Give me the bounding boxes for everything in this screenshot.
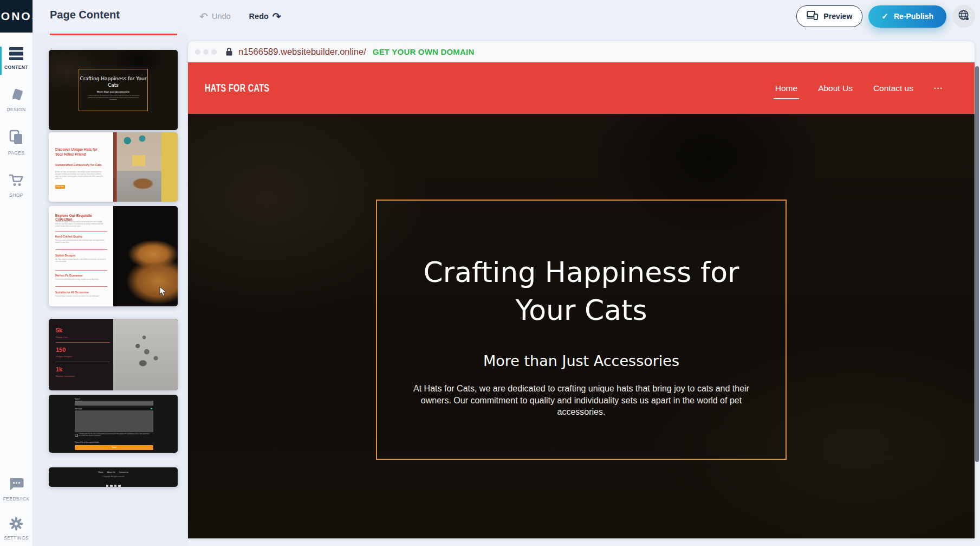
nav-contact[interactable]: Contact us	[873, 83, 913, 93]
site-preview: n1566589.websitebuilder.online/ GET YOUR…	[188, 41, 975, 538]
thumb-form-message-label: Message	[75, 408, 82, 410]
section-thumbnail-collection[interactable]: Explore Our Exquisite Collection Dive in…	[49, 206, 178, 306]
stat-label: Happy Cats	[56, 336, 68, 338]
globe-icon	[957, 9, 970, 24]
devices-icon	[807, 11, 819, 22]
site-nav: Home About Us Contact us ···	[775, 62, 943, 114]
redo-icon: ↷	[272, 11, 281, 22]
thumb-form-name-label: Name*	[75, 398, 80, 400]
toolbar-right: Preview ✓ Re-Publish	[796, 0, 975, 33]
stat-value: 5k	[56, 327, 62, 333]
thumb-about-button: Shop Now	[55, 185, 65, 189]
panel-accent-line	[50, 34, 177, 35]
section-thumbnail-footer[interactable]: Home About Us Contact us © Copyright. Al…	[49, 467, 178, 487]
browser-dots-icon	[195, 49, 217, 55]
hero-selection-frame[interactable]	[376, 200, 787, 460]
thumb-collection-intro: Dive into our range of cat hats and acce…	[55, 221, 105, 227]
redo-label: Redo	[249, 12, 269, 21]
pages-icon	[8, 139, 24, 148]
thumb-form-icon	[151, 408, 152, 409]
globe-button[interactable]	[952, 5, 975, 28]
browser-bar: n1566589.websitebuilder.online/ GET YOUR…	[188, 41, 975, 62]
stat-label: Unique Designs	[56, 355, 72, 358]
ionos-logo[interactable]: IONOS	[0, 0, 33, 33]
sidebar-item-label: SETTINGS	[0, 535, 33, 541]
lock-icon	[225, 47, 233, 56]
site-brand[interactable]: HATS FOR CATS	[205, 82, 269, 94]
preview-button[interactable]: Preview	[796, 5, 862, 27]
hero-subtitle[interactable]: More than Just Accessories	[188, 352, 975, 370]
thumb-footer-link: About Us	[107, 471, 115, 473]
nav-more-icon[interactable]: ···	[934, 84, 943, 93]
thumb-hero-box: Crafting Happiness for Your Cats More th…	[79, 69, 148, 111]
nav-home[interactable]: Home	[775, 83, 797, 93]
thumb-hero-body: At Hats for Cats, we are dedicated to cr…	[85, 95, 142, 100]
content-icon	[9, 53, 24, 62]
thumb-collection-sub: Suitable for All Occasions	[55, 291, 107, 294]
thumb-hero-subtitle: More than Just Accessories	[79, 91, 147, 93]
thumb-collection-subbody: From birthdays to parties, our hats are …	[55, 296, 107, 298]
republish-label: Re-Publish	[894, 12, 933, 21]
page-content-panel: Crafting Happiness for Your Cats More th…	[33, 33, 188, 546]
sidebar-item-pages[interactable]: PAGES	[0, 129, 33, 156]
sidebar-item-label: FEEDBACK	[0, 496, 33, 502]
thumb-about-photo	[113, 132, 178, 202]
thumb-form-send-button: Send	[75, 445, 153, 450]
website-builder-app: IONOS CONTENT DESIGN PAGES SHOP	[0, 0, 980, 546]
thumb-collection-subbody: Our hats fit comfortably and securely, s…	[55, 279, 107, 281]
thumb-collection-heading: Explore Our Exquisite Collection	[55, 214, 107, 221]
check-icon: ✓	[881, 11, 888, 21]
site-header: HATS FOR CATS Home About Us Contact us ·…	[188, 62, 975, 114]
thumb-collection-sub: Perfect Fit Guarantee	[55, 274, 107, 277]
sidebar-item-content[interactable]: CONTENT	[0, 47, 33, 70]
sidebar-item-feedback[interactable]: FEEDBACK	[0, 476, 33, 502]
sidebar-item-label: SHOP	[0, 192, 33, 198]
get-domain-link[interactable]: GET YOUR OWN DOMAIN	[373, 47, 475, 56]
site-hero-section: Crafting Happiness for Your Cats More th…	[188, 114, 975, 538]
sidebar-item-shop[interactable]: SHOP	[0, 172, 33, 198]
thumb-form-checkbox	[75, 434, 78, 437]
thumb-footer-social-icons	[49, 479, 178, 487]
stat-value: 150	[56, 346, 66, 353]
thumb-hero-title: Crafting Happiness for Your Cats	[79, 76, 147, 88]
preview-label: Preview	[823, 12, 852, 21]
undo-label: Undo	[212, 12, 231, 21]
thumb-footer-link: Contact us	[119, 471, 128, 473]
thumb-footer-link: Home	[98, 471, 103, 473]
stat-value: 1k	[56, 366, 62, 372]
thumb-about-heading: Discover Unique Hats for Your Feline Fri…	[55, 147, 105, 157]
section-thumbnail-about[interactable]: Discover Unique Hats for Your Feline Fri…	[49, 132, 178, 202]
hero-body[interactable]: At Hats for Cats, we are dedicated to cr…	[386, 383, 776, 418]
redo-button[interactable]: Redo ↷	[249, 11, 281, 22]
site-url: n1566589.websitebuilder.online/	[238, 47, 366, 57]
mouse-cursor	[159, 286, 167, 299]
section-thumbnail-stats[interactable]: 5k Happy Cats 150 Unique Designs 1k Repe…	[49, 319, 178, 390]
undo-icon: ↶	[199, 11, 208, 22]
preview-scrollbar-thumb[interactable]	[975, 66, 979, 462]
thumb-collection-photo	[113, 206, 178, 306]
undo-button[interactable]: ↶ Undo	[199, 11, 231, 22]
nav-about[interactable]: About Us	[818, 83, 853, 93]
thumb-collection-subbody: We offer a diverse range of designs, fro…	[55, 259, 107, 262]
section-thumbnail-contact[interactable]: Name* Message I hereby agree that this d…	[49, 395, 178, 453]
thumb-form-name-input	[75, 401, 153, 406]
sidebar-item-label: DESIGN	[0, 107, 33, 112]
ionos-logo-text: IONOS	[0, 10, 33, 23]
undo-redo-group: ↶ Undo Redo ↷	[199, 0, 281, 33]
panel-title: Page Content	[50, 9, 120, 21]
thumb-about-subheading: Handcrafted Exclusively for Cats	[55, 163, 102, 166]
stat-label: Repeat Customers	[56, 375, 75, 377]
thumb-stats-photo	[113, 319, 178, 390]
sidebar-item-design[interactable]: DESIGN	[0, 87, 33, 112]
thumb-form-note: Please fill in all the required fields.	[75, 441, 99, 444]
republish-button[interactable]: ✓ Re-Publish	[868, 5, 946, 28]
section-thumbnail-hero[interactable]: Crafting Happiness for Your Cats More th…	[49, 50, 178, 130]
design-icon	[8, 95, 24, 105]
thumb-collection-subbody: Each hat is meticulously designed and cr…	[55, 240, 107, 243]
thumb-collection-sub: Stylish Designs	[55, 254, 107, 257]
sidebar-item-settings[interactable]: SETTINGS	[0, 516, 33, 541]
thumb-collection-sub: Hand-Crafted Quality	[55, 235, 107, 238]
sidebar: IONOS CONTENT DESIGN PAGES SHOP	[0, 0, 33, 546]
hero-title[interactable]: Crafting Happiness for Your Cats	[188, 253, 975, 329]
thumb-form-consent: I hereby agree that this data will be st…	[79, 433, 150, 436]
